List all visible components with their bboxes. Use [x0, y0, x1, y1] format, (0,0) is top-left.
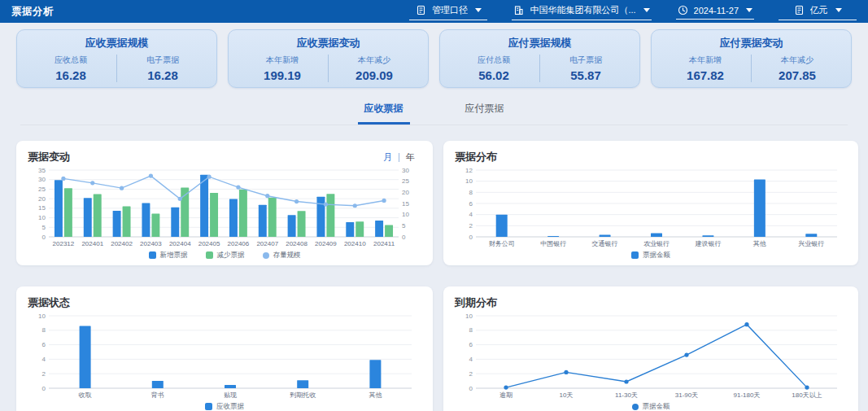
panel-bill-distribution: 票据分布 024681012财务公司中国银行交通银行农业银行建设银行其他兴业银行…: [443, 141, 858, 265]
stat-label: 本年减少: [329, 55, 420, 66]
stat-payable-total: 应付总额 56.02: [448, 55, 540, 82]
legend-circle-swatch: [632, 404, 639, 410]
svg-text:中国银行: 中国银行: [540, 240, 566, 247]
svg-text:12: 12: [465, 167, 473, 174]
stat-value: 167.82: [660, 68, 751, 82]
stat-year-increase: 本年新增 167.82: [660, 55, 752, 82]
svg-text:180天以上: 180天以上: [792, 391, 822, 399]
bill-distribution-chart: 024681012财务公司中国银行交通银行农业银行建设银行其他兴业银行: [455, 165, 847, 248]
topbar-controls: 管理口径 中国华能集团有限公司（... 2024-11-27 亿元: [409, 2, 857, 20]
unit-icon: [794, 5, 805, 15]
chevron-down-icon: [475, 8, 482, 12]
stat-label: 本年减少: [752, 55, 843, 66]
svg-text:31-90天: 31-90天: [675, 391, 698, 399]
stat-label: 本年新增: [237, 55, 328, 66]
maturity-distribution-chart: 0246810逾期10天11-30天31-90天91-180天180天以上: [455, 311, 847, 400]
maturity-distribution-legend: 票据金额: [455, 400, 847, 411]
svg-text:4: 4: [42, 356, 46, 363]
charts-grid: 票据变动 月 年 0510152025303505101520253020231…: [16, 141, 852, 411]
stat-year-decrease: 本年减少 207.85: [752, 55, 843, 82]
card-payable-change: 应付票据变动 本年新增 167.82 本年减少 207.85: [651, 29, 852, 88]
bill-type-tabs: 应收票据 应付票据: [20, 96, 848, 125]
stat-value: 16.28: [117, 68, 208, 82]
svg-text:5: 5: [402, 222, 406, 230]
svg-text:15: 15: [402, 200, 409, 208]
legend-circle-swatch: [263, 252, 269, 259]
svg-text:202409: 202409: [315, 240, 337, 247]
svg-text:6: 6: [469, 200, 473, 208]
stat-label: 应付总额: [448, 55, 539, 66]
tab-receivable-bills[interactable]: 应收票据: [358, 96, 410, 125]
unit-label: 亿元: [810, 4, 828, 16]
card-title: 应收票据规模: [25, 36, 208, 50]
svg-text:30: 30: [402, 167, 409, 174]
svg-text:202402: 202402: [111, 240, 133, 247]
svg-text:202404: 202404: [169, 240, 191, 247]
tab-payable-bills[interactable]: 应付票据: [459, 96, 511, 125]
svg-text:其他: 其他: [753, 240, 766, 247]
stat-value: 56.02: [448, 68, 539, 82]
panel-title: 票据分布: [455, 150, 497, 164]
svg-text:202405: 202405: [198, 240, 220, 247]
top-bar: 票据分析 管理口径 中国华能集团有限公司（... 2024-11-27: [0, 0, 868, 23]
legend-label: 存量规模: [273, 251, 301, 260]
svg-text:25: 25: [38, 186, 46, 193]
svg-text:10: 10: [465, 313, 473, 320]
svg-text:贴现: 贴现: [224, 391, 237, 399]
caliber-dropdown[interactable]: 管理口径: [409, 2, 487, 20]
bill-change-legend: 新增票据减少票据存量规模: [28, 248, 421, 262]
stat-year-decrease: 本年减少 209.09: [329, 55, 420, 82]
svg-text:8: 8: [42, 326, 46, 334]
chevron-down-icon: [835, 8, 842, 12]
svg-text:农业银行: 农业银行: [643, 240, 670, 247]
unit-dropdown[interactable]: 亿元: [779, 2, 857, 20]
svg-text:202408: 202408: [286, 240, 308, 247]
svg-text:到期托收: 到期托收: [290, 391, 316, 399]
card-title: 应付票据规模: [448, 36, 631, 50]
legend-item[interactable]: 新增票据: [149, 251, 188, 260]
svg-text:0: 0: [42, 385, 46, 392]
svg-text:4: 4: [469, 211, 473, 218]
legend-item[interactable]: 减少票据: [206, 251, 245, 260]
svg-text:20: 20: [402, 189, 409, 196]
company-dropdown[interactable]: 中国华能集团有限公司（...: [512, 2, 651, 20]
toggle-month[interactable]: 月: [377, 151, 399, 164]
legend-item[interactable]: 存量规模: [263, 251, 301, 260]
legend-item[interactable]: 票据金额: [632, 402, 670, 411]
building-icon: [513, 5, 524, 15]
svg-text:逾期: 逾期: [499, 391, 513, 399]
svg-text:6: 6: [469, 341, 473, 348]
svg-text:财务公司: 财务公司: [489, 240, 515, 247]
panel-bill-status: 票据状态 0246810收取背书贴现到期托收其他 应收票据: [16, 286, 433, 411]
svg-text:202407: 202407: [256, 240, 278, 247]
legend-square-swatch: [631, 251, 639, 259]
svg-text:10天: 10天: [560, 391, 574, 399]
svg-text:202403: 202403: [140, 240, 162, 247]
bill-status-legend: 应收票据: [28, 400, 421, 411]
legend-item[interactable]: 票据金额: [631, 251, 670, 260]
svg-text:202406: 202406: [228, 240, 250, 247]
svg-text:202401: 202401: [81, 240, 103, 247]
bill-distribution-legend: 票据金额: [455, 248, 847, 262]
legend-item[interactable]: 应收票据: [205, 402, 244, 411]
svg-text:11-30天: 11-30天: [615, 391, 638, 399]
svg-text:91-180天: 91-180天: [734, 391, 761, 399]
toggle-year[interactable]: 年: [399, 151, 421, 164]
panel-title: 到期分布: [455, 295, 497, 310]
stat-label: 电子票据: [117, 55, 208, 66]
stat-year-increase: 本年新增 199.19: [237, 55, 329, 82]
svg-text:建设银行: 建设银行: [695, 240, 721, 247]
panel-title: 票据变动: [28, 150, 70, 164]
svg-text:0: 0: [469, 385, 473, 392]
legend-label: 减少票据: [217, 251, 245, 260]
ledger-icon: [416, 5, 426, 15]
stat-value: 199.19: [237, 68, 328, 82]
svg-text:0: 0: [402, 234, 406, 241]
svg-text:202312: 202312: [53, 240, 75, 247]
panel-maturity-distribution: 到期分布 0246810逾期10天11-30天31-90天91-180天180天…: [443, 286, 858, 411]
legend-square-swatch: [149, 251, 156, 259]
svg-text:10: 10: [38, 313, 46, 320]
svg-text:25: 25: [402, 177, 409, 185]
date-dropdown[interactable]: 2024-11-27: [676, 3, 754, 20]
legend-label: 新增票据: [160, 251, 188, 260]
